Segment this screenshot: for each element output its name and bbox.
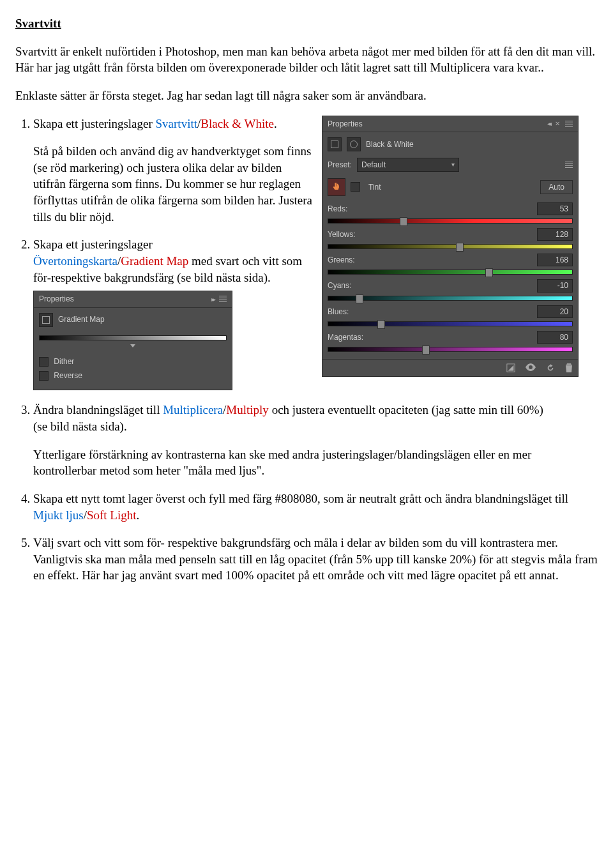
slider-value[interactable]: 128 bbox=[537, 228, 573, 241]
slider-label: Yellows: bbox=[328, 229, 356, 240]
preset-menu-icon[interactable] bbox=[565, 162, 573, 168]
slider-value[interactable]: -10 bbox=[537, 279, 573, 292]
auto-button[interactable]: Auto bbox=[540, 180, 573, 194]
tint-checkbox[interactable] bbox=[351, 182, 360, 192]
step-1: Skapa ett justeringslager Svartvitt/Blac… bbox=[33, 116, 315, 225]
adjust-layer-icon[interactable] bbox=[506, 363, 515, 372]
slider-value[interactable]: 168 bbox=[537, 254, 573, 266]
slider-track[interactable] bbox=[328, 217, 573, 224]
slider-track[interactable] bbox=[328, 268, 573, 275]
intro-paragraph-2: Enklaste sätter är första steget. Jag ha… bbox=[15, 88, 598, 104]
close-icon[interactable]: ✕ bbox=[555, 119, 560, 128]
gm-adjustment-icon bbox=[39, 313, 53, 327]
slider-thumb[interactable] bbox=[456, 243, 464, 252]
gm-dropdown-arrow[interactable] bbox=[130, 344, 135, 347]
gm-title: Gradient Map bbox=[58, 314, 105, 324]
delete-icon[interactable] bbox=[565, 363, 573, 372]
slider-thumb[interactable] bbox=[400, 217, 407, 226]
visibility-icon[interactable] bbox=[526, 363, 536, 372]
gm-dither-checkbox[interactable] bbox=[39, 357, 49, 367]
slider-cyans: Cyans:-10 bbox=[328, 279, 573, 301]
slider-greens: Greens:168 bbox=[328, 254, 573, 275]
slider-track[interactable] bbox=[328, 294, 573, 301]
slider-thumb[interactable] bbox=[485, 268, 493, 277]
slider-blues: Blues:20 bbox=[328, 305, 573, 327]
bw-title: Black & White bbox=[366, 139, 414, 149]
step-2: Skapa ett justeringslager Övertoningskar… bbox=[33, 236, 315, 390]
gm-gradient-preview[interactable] bbox=[39, 335, 227, 340]
step-5: Välj svart och vitt som för- respektive … bbox=[33, 535, 598, 584]
slider-yellows: Yellows:128 bbox=[328, 228, 573, 250]
slider-label: Cyans: bbox=[328, 280, 351, 291]
slider-thumb[interactable] bbox=[356, 294, 363, 303]
gm-tab-label: Properties bbox=[39, 294, 74, 304]
intro-paragraph-1: Svartvitt är enkelt nuförtiden i Photosh… bbox=[15, 43, 598, 76]
targeted-adjustment-hand-icon[interactable] bbox=[328, 178, 345, 196]
slider-track[interactable] bbox=[328, 319, 573, 327]
slider-track[interactable] bbox=[328, 242, 573, 250]
gm-reverse-label: Reverse bbox=[54, 371, 82, 380]
slider-value[interactable]: 20 bbox=[537, 305, 573, 318]
step-4: Skapa ett nytt tomt lager överst och fyl… bbox=[33, 491, 598, 523]
collapse-icon[interactable]: ▸▸ bbox=[211, 295, 214, 304]
step-3: Ändra blandningsläget till Multiplicera/… bbox=[33, 402, 598, 479]
preset-label: Preset: bbox=[328, 160, 352, 170]
bw-adjustment-icon bbox=[328, 137, 342, 151]
step-3-note: Ytterligare förstärkning av kontrasterna… bbox=[33, 446, 598, 479]
page-title: Svartvitt bbox=[15, 15, 598, 32]
slider-magentas: Magentas:80 bbox=[328, 331, 573, 353]
bw-tab-label: Properties bbox=[328, 119, 363, 129]
reset-icon[interactable] bbox=[546, 363, 555, 372]
collapse-icon[interactable]: ◂◂ bbox=[547, 119, 550, 128]
black-white-panel: Properties ◂◂ ✕ Black & White bbox=[322, 116, 579, 377]
bw-mask-icon bbox=[347, 137, 361, 151]
panel-menu-icon[interactable] bbox=[219, 296, 227, 302]
step-1-detail: Stå på bilden och använd dig av handverk… bbox=[33, 143, 315, 225]
gradient-map-panel: Properties ▸▸ Gradient Map bbox=[33, 291, 232, 390]
panel-menu-icon[interactable] bbox=[565, 121, 573, 127]
svg-marker-1 bbox=[508, 365, 514, 371]
slider-reds: Reds:53 bbox=[328, 202, 573, 224]
gm-dither-label: Dither bbox=[54, 357, 74, 366]
slider-label: Blues: bbox=[328, 307, 349, 317]
slider-label: Reds: bbox=[328, 204, 347, 214]
slider-label: Greens: bbox=[328, 255, 355, 265]
tint-label: Tint bbox=[368, 182, 381, 192]
slider-label: Magentas: bbox=[328, 332, 363, 342]
slider-track[interactable] bbox=[328, 345, 573, 353]
slider-thumb[interactable] bbox=[377, 320, 385, 329]
preset-dropdown[interactable]: Default bbox=[357, 158, 459, 172]
slider-value[interactable]: 53 bbox=[537, 202, 573, 215]
slider-thumb[interactable] bbox=[422, 346, 430, 354]
gm-reverse-checkbox[interactable] bbox=[39, 371, 49, 381]
slider-value[interactable]: 80 bbox=[537, 331, 573, 344]
